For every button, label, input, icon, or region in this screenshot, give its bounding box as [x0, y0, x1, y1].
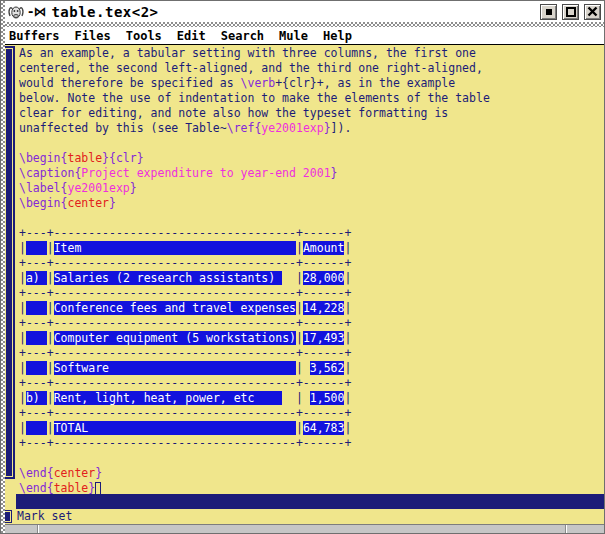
text-segment: | [282, 391, 310, 405]
gnu-icon [7, 4, 25, 20]
text-segment: Amount [303, 241, 345, 255]
menu-item-tools[interactable]: Tools [126, 29, 162, 43]
buffer-line: +---+-----------------------------------… [19, 316, 604, 331]
text-segment: \end{ [19, 481, 54, 494]
text-segment: +---+-----------------------------------… [19, 406, 351, 420]
buffer-line [19, 211, 604, 226]
maximize-icon [566, 7, 576, 17]
resize-handle-divider [37, 525, 39, 533]
text-segment: a) [26, 271, 47, 285]
text-segment: | [19, 331, 26, 345]
text-segment: Software [54, 361, 296, 375]
text-segment: | [344, 271, 351, 285]
text-segment: centered, the second left-aligned, and t… [19, 61, 483, 75]
text-segment: Conference fees and travel expenses [54, 301, 296, 315]
minimize-button[interactable] [540, 4, 557, 20]
buffer-line: \caption{Project expenditure to year-end… [19, 166, 604, 181]
buffer-line: \begin{table}{clr} [19, 151, 604, 166]
buffer-line [19, 136, 604, 151]
buffer-line: +---+-----------------------------------… [19, 406, 604, 421]
text-segment: +---+-----------------------------------… [19, 256, 351, 270]
text-segment: center [54, 466, 96, 480]
buffer-line: +---+-----------------------------------… [19, 376, 604, 391]
text-segment: 14,228 [303, 301, 345, 315]
text-segment: unaffected by this (see Table~ [19, 121, 227, 135]
text-segment: | [296, 241, 303, 255]
text-segment: | [344, 421, 351, 435]
text-segment: | [19, 301, 26, 315]
text-segment: +{clr}+, as in the example [275, 76, 455, 90]
text-segment: | [296, 421, 303, 435]
maximize-button[interactable] [562, 4, 579, 20]
text-segment: b) [26, 391, 47, 405]
text-segment [26, 421, 47, 435]
menu-item-help[interactable]: Help [323, 29, 352, 43]
menu-item-mule[interactable]: Mule [279, 29, 308, 43]
buffer-line: |b) |Rent, light, heat, power, etc | 1,5… [19, 391, 604, 406]
window-left-border [1, 1, 5, 533]
text-segment: Salaries (2 research assistants) [54, 271, 282, 285]
frame-body: As an example, a tabular setting with th… [1, 45, 604, 494]
text-segment: Item [54, 241, 296, 255]
buffer-line: \begin{center} [19, 196, 604, 211]
text-segment: | [47, 271, 54, 285]
text-segment: 3,562 [310, 361, 345, 375]
resize-handle-divider [565, 525, 567, 533]
text-segment: 64,783 [303, 421, 345, 435]
text-segment [26, 331, 47, 345]
text-segment: | [344, 361, 351, 375]
menu-item-files[interactable]: Files [75, 29, 111, 43]
buffer-line: unaffected by this (see Table~\ref{ye200… [19, 121, 604, 136]
window-title: table.tex<2> [51, 4, 158, 20]
text-segment: } [109, 196, 116, 210]
buffer-line: clear for editing, and note also how the… [19, 106, 604, 121]
text-segment: \begin{ [19, 151, 67, 165]
text-segment: | [344, 331, 351, 345]
text-segment: | [344, 241, 351, 255]
text-segment: +---+-----------------------------------… [19, 346, 351, 360]
buffer-line: \label{ye2001exp} [19, 181, 604, 196]
text-segment: \verb [241, 76, 276, 90]
text-segment: ye2001exp [261, 121, 323, 135]
minibuffer-message: Mark set [17, 509, 72, 524]
text-segment: below. Note the use of indentation to ma… [19, 91, 490, 105]
buffer-line: | |Software | 3,562| [19, 361, 604, 376]
menu-item-search[interactable]: Search [221, 29, 264, 43]
close-button[interactable] [584, 4, 601, 20]
text-segment [26, 301, 47, 315]
buffer-line: \end{center} [19, 466, 604, 481]
text-segment: | [296, 331, 303, 345]
buffer-line: +---+-----------------------------------… [19, 346, 604, 361]
text-segment: | [19, 271, 26, 285]
buffer-text[interactable]: As an example, a tabular setting with th… [16, 45, 604, 494]
minibuffer[interactable]: Mark set [1, 509, 604, 524]
text-segment: | [296, 301, 303, 315]
text-segment: center [67, 196, 109, 210]
bowtie-icon: -⋈ [28, 4, 46, 19]
text-segment [26, 361, 47, 375]
text-segment: } [331, 166, 338, 180]
text-segment: | [47, 241, 54, 255]
buffer-line: centered, the second left-aligned, and t… [19, 61, 604, 76]
buffer-line: +---+-----------------------------------… [19, 256, 604, 271]
menu-item-buffers[interactable]: Buffers [9, 29, 60, 43]
title-bar[interactable]: -⋈ table.tex<2> [1, 1, 604, 22]
text-segment: | [19, 391, 26, 405]
close-icon [587, 6, 598, 17]
text-segment: would therefore be specified as [19, 76, 241, 90]
menu-item-edit[interactable]: Edit [177, 29, 206, 43]
text-segment: Computer equipment (5 workstations) [54, 331, 296, 345]
text-segment: | [47, 331, 54, 345]
text-segment: +---+-----------------------------------… [19, 376, 351, 390]
emacs-window: -⋈ table.tex<2> BuffersFilesToolsEditSea… [0, 0, 605, 534]
text-segment: | [19, 241, 26, 255]
buffer-line: below. Note the use of indentation to ma… [19, 91, 604, 106]
text-segment: | [296, 361, 310, 375]
text-segment: } [130, 181, 137, 195]
text-segment: | [282, 271, 303, 285]
text-segment: | [47, 421, 54, 435]
buffer-line [19, 451, 604, 466]
text-segment: \caption{ [19, 166, 81, 180]
text-segment: | [47, 361, 54, 375]
buffer-line: +---+-----------------------------------… [19, 436, 604, 451]
